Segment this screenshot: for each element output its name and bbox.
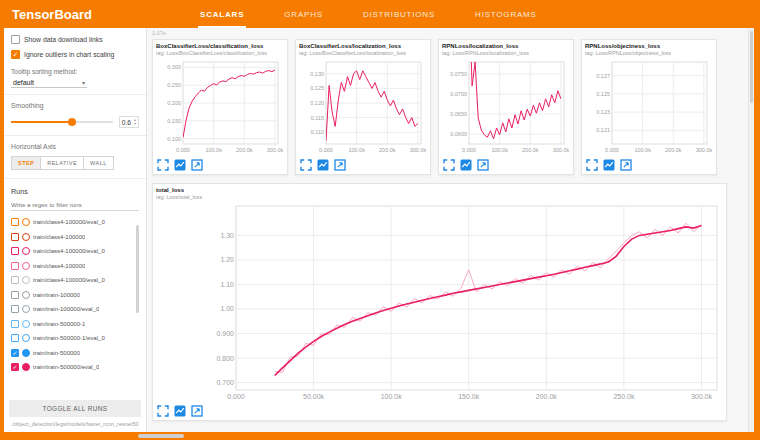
svg-text:0.100: 0.100: [167, 136, 181, 142]
tab-histograms[interactable]: HISTOGRAMS: [473, 0, 539, 28]
fullscreen-icon[interactable]: [157, 159, 169, 171]
toggle-all-runs-button[interactable]: TOGGLE ALL RUNS: [9, 400, 141, 417]
run-visibility-icon[interactable]: [22, 291, 30, 299]
run-checkbox[interactable]: [11, 291, 19, 299]
tab-scalars[interactable]: SCALARS: [198, 0, 246, 28]
option-row[interactable]: Show data download links: [11, 35, 139, 44]
scalar-chart[interactable]: 0.1270.1250.1230.1210.000100.0k200.0k300…: [585, 58, 713, 156]
run-visibility-icon[interactable]: [22, 247, 30, 255]
option-label: Show data download links: [24, 35, 103, 44]
run-item[interactable]: ✓train/train-500000: [11, 345, 139, 360]
run-visibility-icon[interactable]: [22, 218, 30, 226]
svg-text:1.30: 1.30: [220, 232, 234, 239]
checkbox-icon[interactable]: [11, 35, 20, 44]
run-item[interactable]: train/train-100000/eval_0: [11, 302, 139, 317]
run-checkbox[interactable]: [11, 276, 19, 284]
smoothing-fill: [11, 121, 72, 123]
fit-data-icon[interactable]: [174, 159, 186, 171]
fit-data-icon[interactable]: [460, 159, 472, 171]
scalar-chart[interactable]: 0.1300.1250.1200.1150.1100.000100.0k200.…: [299, 58, 427, 156]
run-checkbox[interactable]: [11, 320, 19, 328]
fit-data-icon[interactable]: [603, 159, 615, 171]
run-item[interactable]: ✓train/train-500000/eval_0: [11, 360, 139, 375]
run-checkbox[interactable]: [11, 247, 19, 255]
axis-btn-step[interactable]: STEP: [11, 156, 41, 170]
run-checkbox[interactable]: ✓: [11, 363, 19, 371]
run-item[interactable]: train/class4-100000/eval_0: [11, 244, 139, 259]
fit-data-icon[interactable]: [174, 405, 186, 417]
fit-data-icon[interactable]: [317, 159, 329, 171]
run-visibility-icon[interactable]: [22, 334, 30, 342]
run-visibility-icon[interactable]: [22, 349, 30, 357]
horizontal-axis-label: Horizontal Axis: [11, 143, 139, 150]
scalar-chart-card: BoxClassifierLoss/classification_losstag…: [152, 39, 288, 175]
stray-axis-value: 1.07e: [152, 30, 743, 39]
run-checkbox[interactable]: [11, 262, 19, 270]
stepper-down-icon[interactable]: ▾: [134, 122, 136, 126]
tooltip-sorting-select[interactable]: default ▾: [11, 78, 87, 88]
chart-cards-row: BoxClassifierLoss/classification_losstag…: [152, 39, 743, 175]
run-visibility-icon[interactable]: [22, 262, 30, 270]
expand-card-icon[interactable]: [477, 159, 489, 171]
tab-distributions[interactable]: DISTRIBUTIONS: [361, 0, 437, 28]
chart-toolbar: [156, 156, 284, 174]
fullscreen-icon[interactable]: [300, 159, 312, 171]
smoothing-slider[interactable]: [11, 117, 113, 127]
scalar-chart[interactable]: 0.07500.07000.06500.06000.000100.0k200.0…: [442, 58, 570, 156]
smoothing-knob[interactable]: [68, 118, 76, 126]
tab-graphs[interactable]: GRAPHS: [282, 0, 325, 28]
run-checkbox[interactable]: [11, 305, 19, 313]
total-loss-chart[interactable]: 1.301.201.101.000.9000.8000.7000.00050.0…: [156, 202, 723, 402]
runs-filter-input[interactable]: [11, 199, 139, 211]
axis-btn-relative[interactable]: RELATIVE: [41, 156, 84, 170]
chart-tag: tag: Loss/total_loss: [156, 194, 723, 200]
run-item[interactable]: train/train-500000-1/eval_0: [11, 331, 139, 346]
scalar-chart-card: RPNLoss/localization_losstag: Loss/RPNLo…: [438, 39, 574, 175]
option-row[interactable]: ✓Ignore outliers in chart scaling: [11, 50, 139, 59]
smoothing-value-box[interactable]: 0.6 ▴ ▾: [119, 116, 139, 128]
chart-title: BoxClassifierLoss/localization_loss: [299, 43, 427, 49]
run-item[interactable]: train/train-500000-1: [11, 316, 139, 331]
svg-text:0.0750: 0.0750: [450, 71, 467, 77]
svg-text:0.125: 0.125: [596, 91, 610, 97]
svg-text:300.0k: 300.0k: [553, 147, 570, 153]
axis-btn-wall[interactable]: WALL: [84, 156, 114, 170]
smoothing-stepper[interactable]: ▴ ▾: [134, 118, 136, 126]
svg-text:100.0k: 100.0k: [381, 393, 403, 400]
run-item[interactable]: train/train-100000: [11, 287, 139, 302]
run-item[interactable]: train/class4-100000: [11, 258, 139, 273]
expand-card-icon[interactable]: [191, 405, 203, 417]
checked-checkbox-icon[interactable]: ✓: [11, 50, 20, 59]
svg-text:0.150: 0.150: [167, 118, 181, 124]
horizontal-scrollbar-thumb[interactable]: [138, 434, 184, 438]
expand-card-icon[interactable]: [191, 159, 203, 171]
header-tabs: SCALARSGRAPHSDISTRIBUTIONSHISTOGRAMS: [198, 0, 539, 28]
run-visibility-icon[interactable]: [22, 233, 30, 241]
run-visibility-icon[interactable]: [22, 276, 30, 284]
run-item[interactable]: train/class4-100000/eval_0: [11, 215, 139, 230]
run-visibility-icon[interactable]: [22, 363, 30, 371]
smoothing-label: Smoothing: [11, 102, 139, 109]
run-checkbox[interactable]: ✓: [11, 349, 19, 357]
run-checkbox[interactable]: [11, 334, 19, 342]
run-list-scrollbar[interactable]: [136, 225, 139, 313]
run-label: train/class4-100000/eval_0: [33, 277, 105, 283]
run-item[interactable]: train/class4-100000/eval_0: [11, 273, 139, 288]
fullscreen-icon[interactable]: [586, 159, 598, 171]
chart-title: RPNLoss/objectness_loss: [585, 43, 713, 49]
vertical-scrollbar-thumb[interactable]: [750, 31, 753, 103]
fullscreen-icon[interactable]: [443, 159, 455, 171]
run-visibility-icon[interactable]: [22, 320, 30, 328]
run-item[interactable]: train/class4-100000: [11, 229, 139, 244]
run-checkbox[interactable]: [11, 233, 19, 241]
smoothing-row: 0.6 ▴ ▾: [11, 116, 139, 128]
scalar-chart[interactable]: 0.3000.2500.2000.1500.1000.000100.0k200.…: [156, 58, 284, 156]
fullscreen-icon[interactable]: [157, 405, 169, 417]
run-checkbox[interactable]: [11, 218, 19, 226]
run-label: train/class4-100000: [33, 234, 85, 240]
horizontal-axis-buttons: STEPRELATIVEWALL: [11, 156, 139, 170]
run-visibility-icon[interactable]: [22, 305, 30, 313]
expand-card-icon[interactable]: [334, 159, 346, 171]
expand-card-icon[interactable]: [620, 159, 632, 171]
chart-tag: tag: Loss/RPNLoss/localization_loss: [442, 50, 570, 56]
